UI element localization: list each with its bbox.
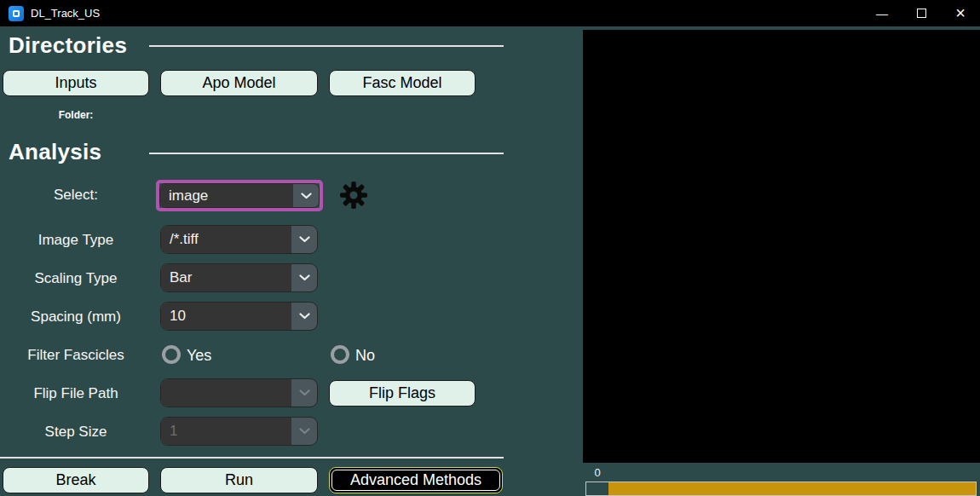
close-button[interactable]: × [941, 0, 980, 26]
fasc-model-button[interactable]: Fasc Model [329, 70, 476, 96]
select-highlight-border: image [156, 180, 323, 211]
apo-model-button[interactable]: Apo Model [160, 70, 318, 96]
window-controls: — × [862, 0, 980, 26]
folder-label: Folder: [0, 109, 152, 121]
flip-flags-button[interactable]: Flip Flags [329, 380, 476, 407]
directories-divider [149, 45, 504, 47]
chevron-down-icon [291, 226, 317, 253]
titlebar: DL_Track_US — × [0, 0, 980, 26]
chevron-down-icon [291, 264, 317, 291]
step-size-value: 1 [161, 418, 291, 445]
scaling-type-label: Scaling Type [0, 268, 152, 289]
select-combobox[interactable]: image [159, 183, 320, 208]
window-title: DL_Track_US [31, 7, 100, 20]
scaling-type-value: Bar [161, 264, 291, 291]
analysis-divider [149, 153, 504, 154]
filter-no-label: No [355, 346, 375, 365]
maximize-button[interactable] [902, 0, 941, 26]
progress-trough-segment [586, 482, 608, 495]
filter-fascicles-label: Filter Fascicles [0, 345, 152, 366]
step-size-label: Step Size [0, 422, 152, 442]
image-type-value: /*.tiff [161, 226, 291, 253]
select-value: image [160, 184, 293, 207]
gear-icon [339, 181, 368, 210]
select-label: Select: [0, 185, 152, 205]
step-size-combobox: 1 [160, 417, 318, 446]
filter-yes-label: Yes [187, 346, 211, 365]
analysis-heading: Analysis [9, 139, 101, 164]
app-logo-icon [13, 10, 20, 17]
advanced-methods-button[interactable]: Advanced Methods [329, 467, 503, 493]
filter-no-radio[interactable] [331, 345, 349, 364]
chevron-down-icon [293, 184, 319, 207]
run-button[interactable]: Run [160, 467, 318, 493]
actions-divider [0, 457, 504, 459]
progress-value-label: 0 [588, 466, 607, 479]
chevron-down-icon [291, 303, 317, 330]
progress-bar [585, 482, 977, 496]
inputs-button[interactable]: Inputs [3, 70, 149, 96]
settings-gear-button[interactable] [339, 181, 368, 210]
directories-heading: Directories [9, 32, 127, 58]
flip-file-path-label: Flip File Path [0, 384, 152, 404]
minimize-button[interactable]: — [862, 0, 902, 26]
image-display-panel [583, 30, 980, 463]
break-button[interactable]: Break [3, 467, 149, 493]
flip-file-path-value [161, 379, 291, 407]
chevron-down-icon [291, 379, 317, 407]
image-type-label: Image Type [0, 230, 152, 251]
chevron-down-icon [291, 418, 317, 445]
spacing-label: Spacing (mm) [0, 307, 152, 327]
scaling-type-combobox[interactable]: Bar [160, 263, 318, 292]
image-type-combobox[interactable]: /*.tiff [160, 225, 318, 254]
main-content: Directories Inputs Apo Model Fasc Model … [0, 26, 980, 496]
flip-file-path-combobox [160, 378, 318, 407]
filter-yes-radio[interactable] [162, 345, 181, 364]
maximize-icon [917, 9, 926, 18]
spacing-combobox[interactable]: 10 [160, 302, 318, 331]
spacing-value: 10 [161, 303, 291, 330]
app-icon [9, 6, 24, 21]
